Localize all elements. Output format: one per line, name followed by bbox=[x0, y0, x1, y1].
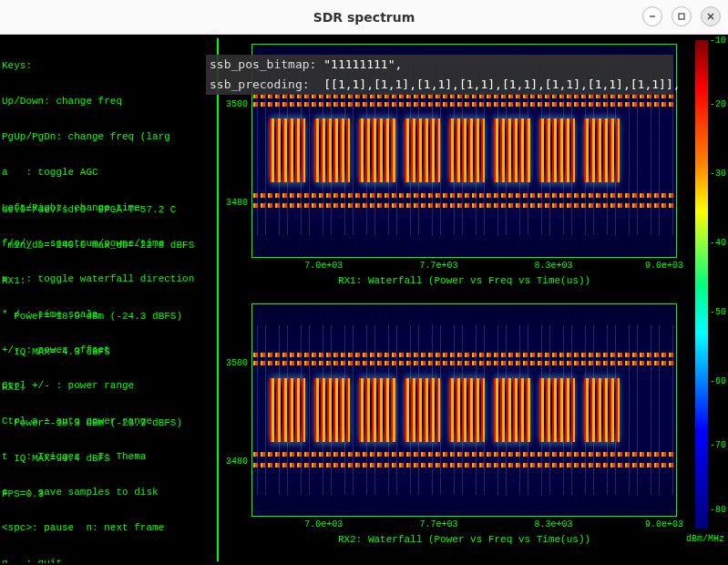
colorbar-tick: -80 bbox=[710, 504, 726, 516]
colorbar-tick: -40 bbox=[710, 237, 726, 249]
overlay-key: ssb_pos_bitmap: bbox=[210, 57, 316, 71]
svg-rect-4 bbox=[695, 40, 708, 529]
minimize-button[interactable] bbox=[642, 6, 662, 26]
colorbar-tick: -20 bbox=[710, 98, 726, 110]
y-tick: 3500 bbox=[226, 357, 248, 369]
overlay-key: ssb_precoding: bbox=[210, 77, 310, 91]
plot-xlabel: RX1: Waterfall (Power vs Freq vs Time(us… bbox=[251, 275, 677, 287]
plot-xlabel: RX2: Waterfall (Power vs Freq vs Time(us… bbox=[251, 534, 677, 546]
y-tick: 3480 bbox=[226, 196, 248, 208]
y-tick: 3480 bbox=[226, 456, 248, 467]
x-tick: 7.0e+03 bbox=[304, 260, 343, 272]
keys-line: a : toggle AGC bbox=[2, 167, 213, 179]
x-tick: 9.0e+03 bbox=[645, 519, 683, 530]
terminal-overlay: ssb_pos_bitmap: "11111111", ssb_precodin… bbox=[206, 55, 673, 95]
divider bbox=[217, 38, 219, 561]
plot-area: ssb_pos_bitmap: "11111111", ssb_precodin… bbox=[220, 40, 681, 558]
keys-line: PgUp/PgDn: change freq (larg bbox=[2, 131, 213, 143]
x-tick: 8.3e+03 bbox=[535, 260, 573, 272]
keys-heading: Keys: bbox=[2, 60, 213, 72]
x-tick: 7.7e+03 bbox=[419, 519, 457, 530]
colorbar-tick: -70 bbox=[710, 439, 726, 451]
x-tick: 7.7e+03 bbox=[419, 260, 457, 272]
dev-heading: dev0=/dev/sdr0 FPGA T=57.2 C bbox=[2, 204, 194, 216]
window-title: SDR spectrum bbox=[313, 10, 415, 25]
waterfall-rx2: 3500 3480 bbox=[220, 300, 681, 549]
keys-line: Up/Down: change freq bbox=[2, 96, 213, 108]
dev-line: IQ MAX=-4.4 dBFS bbox=[2, 453, 194, 465]
colorbar: -10 -20 -30 -40 -50 -60 -70 -80 dBm/MHz bbox=[684, 40, 724, 541]
dev-line: RX2: bbox=[2, 382, 194, 394]
dev-line: IQ MAX=-4.3 dBFS bbox=[2, 346, 194, 358]
overlay-val: [[1,1],[1,1],[1,1],[1,1],[1,1],[1,1],[1,… bbox=[310, 77, 681, 91]
dev-line: min_db=-140.0 max_db=-22.8 dBFS bbox=[2, 240, 194, 252]
x-tick: 8.3e+03 bbox=[535, 519, 573, 530]
svg-rect-1 bbox=[679, 14, 684, 19]
x-tick: 9.0e+03 bbox=[645, 260, 683, 272]
dev-line: Power=-18.9 dBm (-24.3 dBFS) bbox=[2, 311, 194, 323]
overlay-val: "11111111", bbox=[316, 57, 402, 71]
colorbar-tick: -10 bbox=[710, 35, 726, 46]
window-titlebar: SDR spectrum bbox=[0, 0, 728, 35]
x-tick: 7.0e+03 bbox=[304, 519, 343, 530]
sdr-app: Keys: Up/Down: change freq PgUp/PgDn: ch… bbox=[0, 35, 728, 565]
colorbar-tick: -60 bbox=[710, 375, 726, 387]
dev-line: RX1: bbox=[2, 275, 194, 287]
left-info-panel: Keys: Up/Down: change freq PgUp/PgDn: ch… bbox=[2, 36, 213, 563]
colorbar-tick: -50 bbox=[710, 306, 726, 318]
maximize-button[interactable] bbox=[672, 6, 692, 26]
dev-line: FPS=0.3 bbox=[2, 488, 194, 500]
colorbar-label: dBm/MHz bbox=[684, 533, 724, 545]
colorbar-tick: -30 bbox=[710, 168, 726, 180]
dev-line: Power=-18.3 dBm (-23.7 dBFS) bbox=[2, 417, 194, 429]
y-tick: 3500 bbox=[226, 98, 248, 109]
close-button[interactable] bbox=[701, 6, 721, 26]
